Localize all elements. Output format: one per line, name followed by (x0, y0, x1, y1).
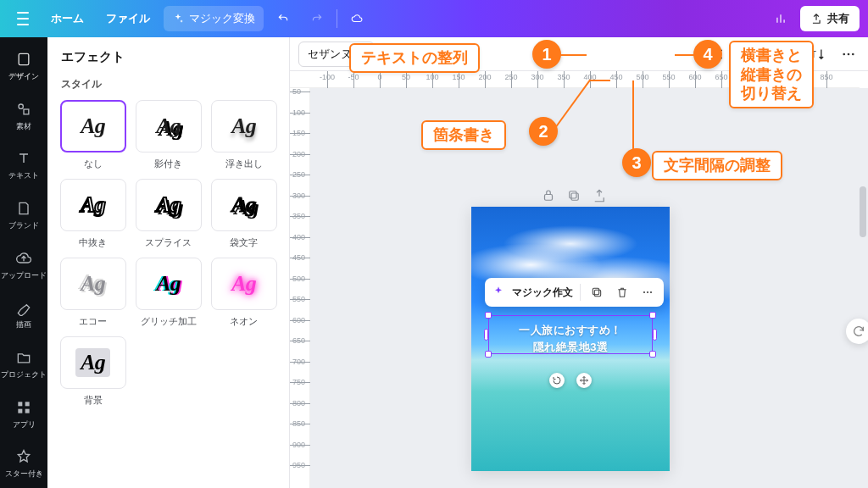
svg-rect-6 (25, 408, 30, 413)
rail-label: 素材 (16, 121, 31, 132)
more-button[interactable] (837, 43, 860, 65)
design-icon (15, 51, 32, 68)
effect-sample: Ag (231, 271, 255, 297)
rail-design[interactable]: デザイン (0, 42, 47, 91)
float-more-button[interactable] (638, 283, 657, 302)
analytics-button[interactable] (766, 6, 795, 31)
svg-point-21 (650, 291, 652, 293)
effect-thumb[interactable]: Ag (60, 100, 126, 152)
effect-label: 浮き出し (225, 158, 263, 170)
rail-star[interactable]: スター付き (0, 440, 47, 488)
canvas-stage[interactable]: マジック作文 一人旅におすすめ！ 隠れ絶景地3選 (310, 88, 868, 488)
ruler-vertical: 5010015020025030035040045050055060065070… (290, 88, 310, 488)
effect-glitch[interactable]: Agグリッチ加工 (135, 258, 202, 328)
rail-elements[interactable]: 素材 (0, 92, 47, 141)
copy-icon (590, 286, 604, 299)
page-mini-tools (541, 188, 607, 203)
effect-bg[interactable]: Ag背景 (59, 336, 126, 407)
annotation-badge-3: 3 (622, 148, 651, 177)
move-handle[interactable] (576, 373, 592, 388)
nav-file[interactable]: ファイル (97, 6, 159, 31)
effect-thumb[interactable]: Ag (136, 100, 202, 152)
left-rail: デザイン素材テキストブランドアップロード描画プロジェクトアプリスター付き (0, 37, 47, 488)
undo-button[interactable] (269, 6, 298, 31)
rail-draw[interactable]: 描画 (0, 291, 47, 339)
annotation-label-3: 文字間隔の調整 (652, 151, 782, 180)
effect-outline[interactable]: Ag中抜き (59, 179, 126, 249)
svg-rect-14 (545, 195, 553, 201)
effect-none[interactable]: Agなし (59, 100, 126, 170)
text-icon (15, 150, 32, 167)
effect-thumb[interactable]: Ag (60, 179, 126, 231)
menu-button[interactable] (8, 6, 37, 31)
rotate-icon (552, 375, 562, 385)
effect-thumb[interactable]: Ag (136, 179, 202, 231)
lock-icon[interactable] (541, 188, 556, 203)
effect-sample: Ag (156, 271, 180, 297)
copy-button[interactable] (587, 283, 606, 302)
scrollbar-thumb[interactable] (860, 186, 866, 237)
svg-rect-4 (25, 402, 30, 406)
annotation-badge-2: 2 (529, 117, 558, 146)
panel-section: スタイル (61, 77, 277, 92)
vertical-scrollbar[interactable] (860, 180, 866, 349)
magic-convert-label: マジック変換 (189, 11, 255, 26)
share-button[interactable]: 共有 (800, 6, 860, 31)
effect-splice[interactable]: Agスプライス (135, 179, 202, 249)
resize-handle-w[interactable] (484, 329, 488, 341)
resize-handle-ne[interactable] (649, 312, 656, 319)
rail-label: プロジェクト (1, 369, 47, 380)
annotation-label-4: 横書きと 縦書きの 切り替え (729, 41, 814, 108)
floating-toolbar: マジック作文 (485, 278, 664, 307)
resize-handle-nw[interactable] (485, 312, 492, 319)
divider (580, 284, 581, 301)
undo-icon (277, 11, 289, 26)
share-label: 共有 (827, 11, 849, 26)
rail-text[interactable]: テキスト (0, 141, 47, 190)
rail-label: アプリ (13, 419, 36, 430)
effect-thumb[interactable]: Ag (60, 336, 126, 389)
cloud-icon (351, 10, 363, 27)
effect-thumb[interactable]: Ag (60, 258, 126, 310)
effect-bag[interactable]: Ag袋文字 (210, 179, 277, 249)
chart-icon (775, 11, 787, 26)
effect-sample: Ag (75, 348, 109, 377)
resize-handle-sw[interactable] (485, 351, 492, 358)
rail-apps[interactable]: アプリ (0, 391, 47, 439)
rail-brand[interactable]: ブランド (0, 191, 47, 240)
export-icon[interactable] (592, 188, 607, 203)
nav-home[interactable]: ホーム (42, 6, 92, 31)
effect-sample: Ag (231, 192, 255, 218)
annotation-line-3 (632, 80, 634, 152)
effect-lift[interactable]: Ag浮き出し (210, 100, 277, 170)
effect-thumb[interactable]: Ag (211, 179, 277, 231)
rotate-handle[interactable] (549, 373, 565, 388)
magic-write-label[interactable]: マジック作文 (512, 286, 573, 300)
hamburger-icon (17, 12, 29, 25)
rail-project[interactable]: プロジェクト (0, 341, 47, 389)
svg-rect-3 (18, 402, 22, 406)
rail-label: デザイン (8, 71, 39, 82)
resize-handle-e[interactable] (653, 329, 657, 341)
duplicate-icon[interactable] (566, 188, 581, 203)
resize-handle-se[interactable] (649, 351, 656, 358)
panel-title: エフェクト (61, 49, 277, 65)
effect-thumb[interactable]: Ag (211, 258, 277, 310)
draw-icon (15, 299, 32, 316)
effect-thumb[interactable]: Ag (211, 100, 277, 152)
rail-label: ブランド (8, 220, 39, 231)
effect-neon[interactable]: Agネオン (210, 258, 277, 328)
magic-convert-button[interactable]: マジック変換 (164, 6, 264, 31)
effect-sample: Ag (231, 114, 255, 139)
effect-sample: Ag (81, 114, 104, 139)
effect-shadow[interactable]: Ag影付き (135, 100, 202, 170)
effect-echo[interactable]: Agエコー (59, 258, 126, 328)
annotation-label-1: テキストの整列 (349, 43, 480, 73)
delete-button[interactable] (613, 283, 632, 302)
annotation-line-1 (559, 54, 587, 56)
rail-upload[interactable]: アップロード (0, 241, 47, 290)
redo-button[interactable] (303, 6, 331, 31)
cloud-sync-button[interactable] (342, 6, 371, 31)
effect-thumb[interactable]: Ag (136, 258, 202, 310)
svg-rect-15 (571, 193, 578, 200)
